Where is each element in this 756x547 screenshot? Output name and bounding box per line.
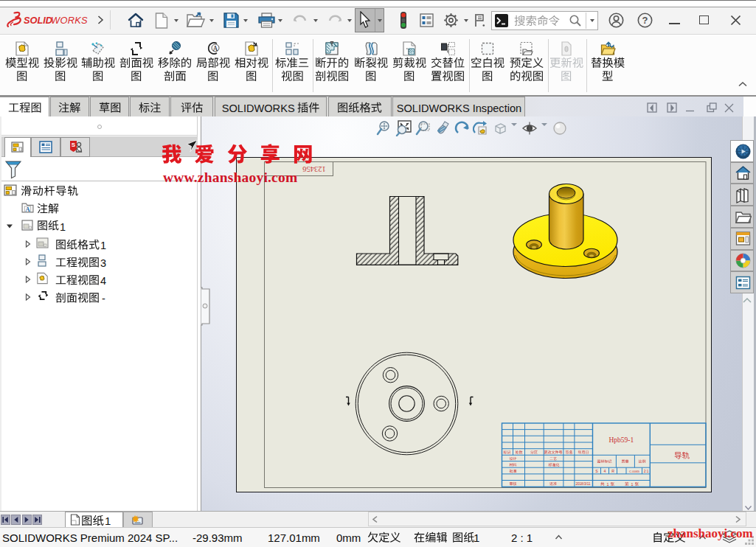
svg-text:1: 1 [606, 482, 608, 487]
svg-text:4: 4 [603, 469, 606, 473]
svg-text:Hpb59-1: Hpb59-1 [608, 436, 634, 444]
svg-text:C.0065: C.0065 [628, 470, 639, 473]
svg-text:A: A [25, 206, 30, 213]
svg-text:2:1: 2:1 [643, 470, 648, 473]
svg-text:SOLID: SOLID [24, 15, 52, 26]
svg-text:S: S [595, 469, 598, 473]
svg-text:S: S [72, 142, 76, 148]
svg-text:2018/3/11: 2018/3/11 [575, 482, 591, 486]
svg-text:A: A [213, 45, 218, 52]
svg-text:1: 1 [631, 482, 633, 487]
svg-text:WORKS: WORKS [51, 15, 88, 26]
svg-text:R: R [611, 469, 614, 473]
svg-text:?: ? [642, 15, 648, 26]
